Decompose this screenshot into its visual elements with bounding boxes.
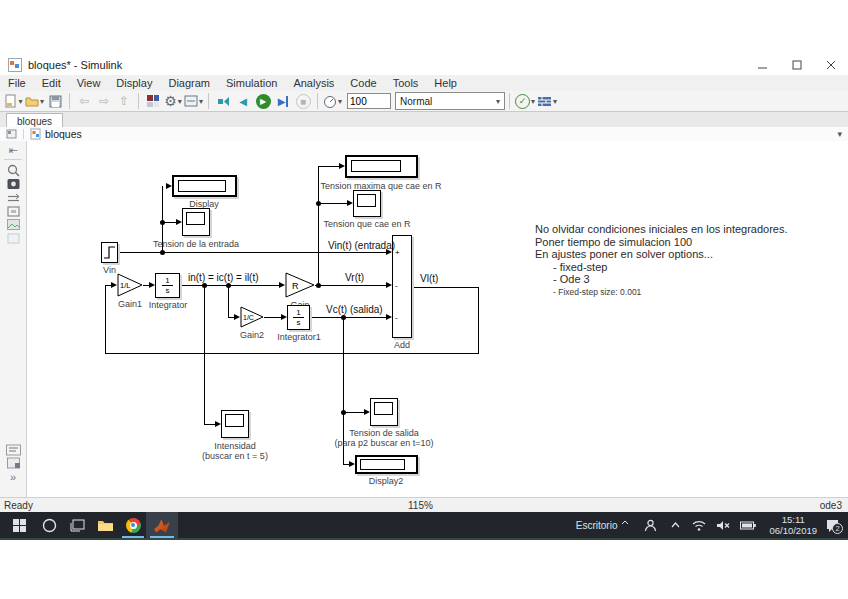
wire-feedback-bottom[interactable] xyxy=(105,353,479,354)
menu-tools[interactable]: Tools xyxy=(385,77,427,89)
library-browser-button[interactable] xyxy=(144,92,162,111)
zoom-icon[interactable] xyxy=(5,163,21,177)
wire-to-scope-r[interactable] xyxy=(318,203,347,204)
up-to-parent-button[interactable]: ⇧ xyxy=(115,92,133,111)
breadcrumb-model-name[interactable]: bloques xyxy=(45,128,82,140)
stop-button[interactable]: ■ xyxy=(294,92,312,111)
scope-r-block[interactable] xyxy=(353,190,381,217)
model-explorer-button[interactable]: ▾ xyxy=(184,92,203,111)
volume-muted-icon[interactable] xyxy=(716,520,730,531)
tab-bloques[interactable]: bloques xyxy=(6,113,63,128)
annotation-abc-icon[interactable] xyxy=(5,443,21,457)
scope-intensidad-block[interactable] xyxy=(221,410,249,438)
back-button[interactable]: ⇦ xyxy=(75,92,93,111)
integrator1-block[interactable]: 1s xyxy=(287,305,310,330)
breadcrumb-home-icon[interactable] xyxy=(6,129,17,139)
caret-down-icon[interactable]: ▾ xyxy=(199,97,203,106)
breadcrumb-dropdown-icon[interactable]: ▾ xyxy=(837,129,842,139)
minimize-button[interactable] xyxy=(746,55,780,75)
menu-view[interactable]: View xyxy=(69,77,109,89)
gain-r-block[interactable]: R xyxy=(285,272,316,299)
caret-down-icon[interactable]: ▾ xyxy=(553,97,557,106)
scope-salida-block[interactable] xyxy=(370,398,398,426)
menu-code[interactable]: Code xyxy=(342,77,384,89)
hidden-icons-chevron[interactable] xyxy=(671,522,680,528)
matlab-button[interactable] xyxy=(146,512,178,538)
task-view-button[interactable] xyxy=(62,512,92,538)
caret-down-icon[interactable]: ▾ xyxy=(18,97,22,106)
menu-display[interactable]: Display xyxy=(108,77,160,89)
step-back-options-button[interactable] xyxy=(214,92,232,111)
wire-feedback-left[interactable] xyxy=(105,285,106,353)
desktop-toolbar-label[interactable]: Escritorio xyxy=(576,520,618,531)
close-button[interactable] xyxy=(814,55,848,75)
new-model-button[interactable]: ▾ xyxy=(5,92,23,111)
caret-down-icon[interactable]: ▾ xyxy=(338,97,342,106)
wire-il-to-intensidad-h[interactable] xyxy=(204,424,215,425)
run-button[interactable]: ▶ xyxy=(254,92,272,111)
viewmark-icon[interactable] xyxy=(5,177,21,191)
step-forward-button[interactable]: ▶ xyxy=(274,92,292,111)
image-annotation-icon[interactable] xyxy=(5,456,21,470)
open-button[interactable]: ▾ xyxy=(25,92,44,111)
step-block[interactable] xyxy=(101,242,118,263)
wire-gain2-out[interactable] xyxy=(264,317,281,318)
menu-help[interactable]: Help xyxy=(426,77,465,89)
wire-feedback-right[interactable] xyxy=(478,287,479,354)
caret-down-icon[interactable]: ▾ xyxy=(178,97,182,106)
menu-edit[interactable]: Edit xyxy=(34,77,69,89)
save-button[interactable] xyxy=(46,92,64,111)
model-settings-button[interactable]: ⚙ ▾ xyxy=(164,92,182,111)
fit-to-view-icon[interactable] xyxy=(5,204,21,218)
step-back-button[interactable]: ◀ xyxy=(234,92,252,111)
file-explorer-button[interactable] xyxy=(90,512,120,538)
menu-simulation[interactable]: Simulation xyxy=(218,77,285,89)
caret-down-icon[interactable]: ▾ xyxy=(531,97,535,106)
scope-entrada-block[interactable] xyxy=(182,208,210,236)
diagram-annotation-note[interactable]: No olvidar condiciones iniciales en los … xyxy=(535,223,788,298)
menu-file[interactable]: File xyxy=(0,77,34,89)
battery-icon[interactable] xyxy=(740,521,756,530)
more-tools-icon[interactable]: » xyxy=(5,470,21,484)
blank-tool-icon[interactable] xyxy=(5,231,21,245)
display2-block[interactable] xyxy=(355,455,418,474)
simulation-stepping-button[interactable]: ▾ xyxy=(323,92,342,111)
people-icon[interactable] xyxy=(644,519,657,532)
chrome-button[interactable] xyxy=(118,512,148,538)
wire-vl-out[interactable] xyxy=(412,287,478,288)
wire-vin[interactable] xyxy=(118,252,386,253)
refresh-model-button[interactable]: ✓ ▾ xyxy=(515,92,535,111)
sim-stop-time-input[interactable] xyxy=(347,93,391,109)
clock-tray[interactable]: 15:11 06/10/2019 xyxy=(769,514,817,536)
cortana-search-button[interactable] xyxy=(34,512,64,538)
caret-down-icon[interactable]: ▾ xyxy=(40,97,44,106)
display2-label: Display2 xyxy=(311,476,461,486)
gain1-block[interactable]: 1/L xyxy=(117,273,144,298)
wire-to-scope-entrada[interactable] xyxy=(162,222,176,223)
menu-diagram[interactable]: Diagram xyxy=(160,77,218,89)
desktop-expand-icon[interactable] xyxy=(621,520,629,525)
wire-il-to-gain2-v[interactable] xyxy=(228,285,229,317)
forward-button[interactable]: ⇨ xyxy=(95,92,113,111)
build-button[interactable]: ▾ xyxy=(537,92,557,111)
gear-icon: ⚙ xyxy=(164,93,177,109)
network-icon[interactable] xyxy=(692,520,706,531)
integrator-block[interactable]: 1s xyxy=(155,273,180,298)
display-block[interactable] xyxy=(172,175,237,197)
solver-name[interactable]: ode3 xyxy=(820,500,842,511)
action-center-icon[interactable]: 2 xyxy=(825,519,840,532)
wire-to-scope-salida[interactable] xyxy=(343,412,364,413)
screenshot-icon[interactable] xyxy=(5,217,21,231)
maximize-button[interactable] xyxy=(780,55,814,75)
menu-analysis[interactable]: Analysis xyxy=(285,77,342,89)
sim-mode-select[interactable]: Normal ▾ xyxy=(395,92,505,110)
wire-il-to-intensidad[interactable] xyxy=(204,285,205,424)
wire-to-display-max[interactable] xyxy=(318,166,339,167)
hide-browser-icon[interactable]: ⇤ xyxy=(5,143,21,157)
pan-icon[interactable] xyxy=(5,191,21,205)
wire-vc[interactable] xyxy=(310,317,386,318)
start-button[interactable] xyxy=(4,512,34,538)
wire-vr[interactable] xyxy=(315,285,386,286)
display-max-r-block[interactable] xyxy=(345,155,418,178)
gain2-block[interactable]: 1/C xyxy=(240,306,265,329)
